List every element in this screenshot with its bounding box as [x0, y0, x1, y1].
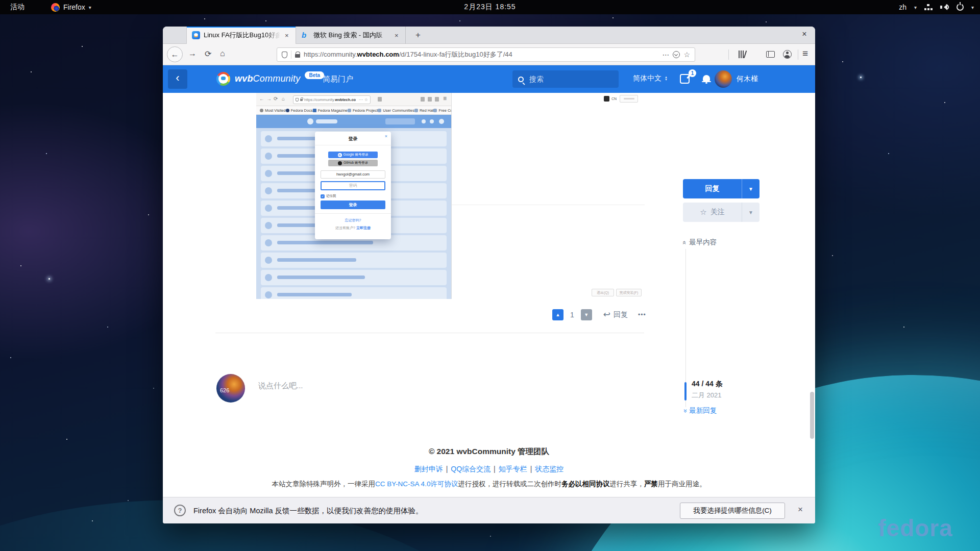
hamburger-menu-icon[interactable]: ≡ — [802, 48, 808, 59]
search-icon — [518, 77, 524, 82]
tracking-protection-icon[interactable] — [282, 52, 287, 58]
mini-bookmarks-bar: Most Visited Fedora Docs Fedora Magazine… — [256, 106, 451, 115]
tab-linux-topic[interactable]: Linux FA行版比Bug10好多了 × — [186, 27, 296, 44]
footer-link-status[interactable]: 状态监控 — [535, 465, 564, 473]
bookmark-star-icon[interactable]: ☆ — [683, 51, 690, 59]
mini-topic-row — [261, 270, 447, 285]
footer-link-zhihu[interactable]: 知乎专栏 — [499, 465, 527, 473]
account-icon[interactable] — [783, 50, 792, 59]
downvote-button[interactable]: ▼ — [581, 309, 592, 320]
search-input[interactable] — [528, 74, 613, 84]
mini-register-link: 还没有账户? 立即注册 — [315, 226, 391, 231]
language-selector[interactable]: 简体中文 ▲▼ — [633, 74, 668, 83]
clock[interactable]: 2月23日 18:55 — [464, 3, 516, 12]
app-menu[interactable]: Firefox ▾ — [51, 3, 91, 12]
footer-link-qq[interactable]: QQ综合交流 — [451, 465, 491, 473]
divider — [215, 333, 644, 333]
bright-star — [860, 77, 862, 78]
home-button[interactable]: ⌂ — [220, 49, 225, 58]
mini-site-header — [256, 115, 451, 128]
page-actions-icon[interactable]: ⋯ — [662, 51, 669, 59]
pocket-icon[interactable] — [673, 51, 680, 58]
scrubber-newest-link[interactable]: « 最新回复 — [683, 406, 717, 415]
compose-icon[interactable] — [680, 74, 690, 84]
reply-action[interactable]: ↩ 回复 — [603, 310, 628, 319]
site-logo[interactable]: wvbCommunity Beta — [216, 72, 324, 86]
composer-avatar: 626 — [216, 374, 245, 403]
double-chevron-up-icon: « — [681, 240, 689, 244]
tab-close-icon[interactable]: × — [284, 32, 289, 39]
user-avatar[interactable] — [715, 70, 732, 88]
mini-email-field: hwxgol@gmail.com — [321, 170, 385, 179]
mini-login-modal: × 登录 GGoogle 账号登录 GitHub 账号登录 hwxgol@gma… — [315, 132, 391, 239]
power-icon — [957, 4, 964, 11]
tab-bing-search[interactable]: b 微软 Bing 搜索 - 国内版 × — [297, 27, 406, 44]
search-box[interactable] — [512, 70, 619, 88]
mini-login-submit-button: 登录 — [321, 201, 385, 209]
mini-quit-button: 退出(Q) — [592, 289, 614, 296]
system-status-area[interactable]: zh ▾ ▾ — [899, 3, 974, 11]
mini-topic-row — [261, 253, 447, 268]
header-back-button[interactable]: ‹ — [168, 69, 187, 89]
tab-bar: Linux FA行版比Bug10好多了 × b 微软 Bing 搜索 - 国内版… — [163, 27, 815, 44]
mini-topic-row — [261, 287, 447, 299]
forward-button[interactable]: → — [188, 49, 197, 58]
app-menu-label: Firefox — [63, 3, 85, 11]
choose-data-button[interactable]: 我要选择提供哪些信息(C) — [680, 503, 785, 519]
more-actions-icon[interactable]: ••• — [638, 311, 646, 318]
url-bar[interactable]: https://community.wvbtech.com/d/1754-lin… — [277, 47, 695, 62]
mini-url-bar: https://community.wvbtech.com ⋯ ☆ — [293, 95, 371, 104]
nav-portal-link[interactable]: 简易门户 — [323, 74, 353, 84]
divider — [452, 205, 645, 205]
footer-links: 删封申诉|QQ综合交流|知乎专栏|状态监控 — [163, 465, 815, 474]
star-icon: ☆ — [700, 208, 706, 217]
upvote-button[interactable]: ▲ — [552, 309, 564, 320]
logo-text: wvbCommunity — [235, 73, 300, 84]
mini-github-login-button: GitHub 账号登录 — [328, 160, 378, 166]
mini-back-icon: ← — [259, 96, 264, 102]
back-button[interactable]: ← — [167, 46, 183, 62]
community-header: ‹ wvbCommunity Beta 简易门户 简体中文 ▲▼ 1 何木槿 — [163, 65, 815, 93]
footer-link-appeal[interactable]: 删封申诉 — [414, 465, 443, 473]
lock-icon[interactable] — [295, 54, 300, 58]
new-tab-button[interactable]: + — [412, 29, 424, 41]
divider — [798, 49, 798, 60]
notification-close-icon[interactable]: × — [798, 505, 803, 515]
window-close-button[interactable]: × — [799, 30, 810, 39]
sidebar-toggle-icon[interactable] — [766, 51, 775, 58]
mini-lock-icon — [300, 99, 303, 101]
reply-label: 回复 — [614, 310, 628, 319]
mini-sidebar-icon — [428, 97, 432, 102]
library-icon[interactable] — [739, 51, 747, 59]
follow-dropdown-icon[interactable]: ▼ — [742, 210, 760, 215]
license-link[interactable]: CC BY-NC-SA 4.0许可协议 — [375, 480, 458, 488]
follow-button[interactable]: ☆关注 ▼ — [683, 203, 760, 222]
reply-button[interactable]: 回复 ▼ — [683, 179, 760, 198]
post-image-screenshot[interactable]: ← → ⟳ ⌂ https://community.wvbtech.com ⋯ … — [256, 93, 644, 299]
divider — [728, 49, 729, 60]
mini-browser: ← → ⟳ ⌂ https://community.wvbtech.com ⋯ … — [256, 93, 451, 299]
fedora-wordmark: fedora — [878, 514, 953, 542]
tab-close-icon[interactable]: × — [394, 32, 399, 39]
keyboard-layout[interactable]: zh — [899, 3, 906, 11]
gnome-top-bar: 活动 Firefox ▾ 2月23日 18:55 zh ▾ ▾ — [0, 0, 980, 14]
footer-copyright: © 2021 wvbCommunity 管理团队 — [163, 446, 815, 457]
composer-placeholder[interactable]: 说点什么吧... — [258, 381, 303, 391]
mini-forward-icon: → — [266, 96, 272, 102]
mini-password-field: 密码 — [321, 181, 385, 190]
chevron-down-icon: ▾ — [914, 5, 917, 10]
mini-dots-icon: ⋯ — [359, 97, 363, 102]
mini-finish-install-button: 完成安装(F) — [616, 289, 642, 296]
sort-arrows-icon: ▲▼ — [665, 76, 668, 81]
scrollbar-thumb[interactable] — [810, 392, 814, 439]
reload-button[interactable]: ⟳ — [205, 49, 211, 59]
bell-icon[interactable] — [703, 75, 710, 81]
divider — [291, 51, 291, 59]
scrubber-handle[interactable] — [684, 382, 687, 400]
activities-button[interactable]: 活动 — [7, 3, 28, 12]
username[interactable]: 何木槿 — [737, 74, 758, 84]
mini-menu-icon: ≡ — [443, 95, 447, 102]
reply-dropdown-icon[interactable]: ▼ — [742, 186, 760, 192]
firefox-window: Linux FA行版比Bug10好多了 × b 微软 Bing 搜索 - 国内版… — [163, 27, 815, 523]
scrubber-oldest-link[interactable]: « 最早内容 — [683, 238, 717, 247]
